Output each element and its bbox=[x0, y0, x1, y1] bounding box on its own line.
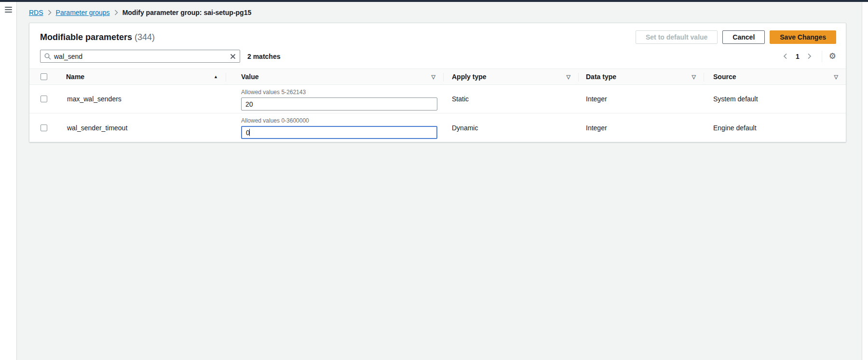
parameter-search-box[interactable] bbox=[40, 50, 240, 63]
parameter-name: wal_sender_timeout bbox=[60, 113, 226, 142]
column-header-name[interactable]: Name ▲ bbox=[60, 69, 226, 84]
match-count: 2 matches bbox=[247, 53, 280, 60]
data-type-cell: Integer bbox=[578, 85, 704, 113]
clear-icon[interactable] bbox=[230, 54, 236, 59]
chevron-right-icon[interactable] bbox=[804, 51, 815, 62]
search-input[interactable] bbox=[54, 53, 230, 60]
value-input[interactable] bbox=[241, 97, 437, 111]
row-checkbox[interactable] bbox=[41, 96, 47, 102]
sort-down-icon[interactable]: ▽ bbox=[432, 74, 435, 80]
row-checkbox[interactable] bbox=[41, 125, 47, 131]
gear-icon[interactable]: ⚙︎ bbox=[829, 52, 836, 60]
menu-icon[interactable] bbox=[5, 7, 16, 13]
column-label: Name bbox=[66, 73, 84, 81]
right-scroll-rail[interactable] bbox=[862, 2, 868, 360]
select-all-checkbox[interactable] bbox=[41, 73, 47, 80]
sort-asc-icon[interactable]: ▲ bbox=[214, 74, 218, 79]
column-label: Value bbox=[241, 73, 259, 81]
apply-type-cell: Static bbox=[443, 85, 578, 113]
allowed-values-hint: Allowed values 0-3600000 bbox=[241, 117, 443, 124]
pagination: 1 ⚙︎ bbox=[780, 51, 836, 62]
select-all-cell bbox=[29, 69, 60, 84]
sort-down-icon[interactable]: ▽ bbox=[692, 74, 696, 80]
column-label: Data type bbox=[586, 73, 616, 81]
cancel-button[interactable]: Cancel bbox=[722, 30, 765, 44]
action-buttons: Set to default value Cancel Save Changes bbox=[636, 30, 836, 44]
chevron-left-icon[interactable] bbox=[780, 51, 791, 62]
side-nav-rail bbox=[0, 2, 17, 360]
set-to-default-button[interactable]: Set to default value bbox=[636, 30, 718, 44]
source-cell: Engine default bbox=[704, 113, 846, 142]
panel-title-text: Modifiable parameters bbox=[40, 32, 132, 42]
chevron-right-icon bbox=[114, 10, 118, 15]
column-label: Source bbox=[713, 73, 736, 81]
data-type-cell: Integer bbox=[578, 113, 704, 142]
menu-bar bbox=[5, 9, 12, 10]
panel-header: Modifiable parameters (344) Set to defau… bbox=[29, 23, 846, 50]
page-title: Modifiable parameters (344) bbox=[40, 32, 155, 42]
table-toolbar: 2 matches 1 ⚙︎ bbox=[29, 50, 846, 63]
breadcrumb-parameter-groups-link[interactable]: Parameter groups bbox=[56, 9, 110, 16]
table-header-row: Name ▲ Value ▽ Apply type ▽ Data type ▽ … bbox=[29, 69, 846, 85]
parameter-name: max_wal_senders bbox=[60, 85, 226, 113]
column-label: Apply type bbox=[452, 73, 487, 81]
pager-divider bbox=[822, 51, 822, 62]
page-number[interactable]: 1 bbox=[794, 53, 801, 60]
parameter-count: (344) bbox=[135, 32, 155, 42]
chevron-right-icon bbox=[48, 10, 52, 15]
sort-down-icon[interactable]: ▽ bbox=[834, 74, 838, 80]
breadcrumb-rds-link[interactable]: RDS bbox=[29, 9, 43, 16]
sort-down-icon[interactable]: ▽ bbox=[567, 74, 570, 80]
value-input-focused[interactable] bbox=[241, 126, 437, 139]
value-cell: Allowed values 5-262143 bbox=[226, 85, 443, 113]
table-row: max_wal_senders Allowed values 5-262143 … bbox=[29, 85, 846, 113]
table-row: wal_sender_timeout Allowed values 0-3600… bbox=[29, 113, 846, 142]
column-header-source[interactable]: Source ▽ bbox=[704, 69, 846, 84]
row-select-cell bbox=[29, 113, 60, 142]
source-cell: System default bbox=[704, 85, 846, 113]
top-nav-bar bbox=[0, 0, 868, 2]
breadcrumb-current: Modify parameter group: sai-setup-pg15 bbox=[122, 9, 252, 16]
column-header-data-type[interactable]: Data type ▽ bbox=[578, 69, 704, 84]
row-select-cell bbox=[29, 85, 60, 113]
main-content: RDS Parameter groups Modify parameter gr… bbox=[17, 2, 862, 360]
allowed-values-hint: Allowed values 5-262143 bbox=[241, 89, 443, 96]
column-header-apply-type[interactable]: Apply type ▽ bbox=[443, 69, 578, 84]
text-cursor bbox=[249, 129, 250, 136]
apply-type-cell: Dynamic bbox=[443, 113, 578, 142]
modifiable-parameters-panel: Modifiable parameters (344) Set to defau… bbox=[29, 23, 846, 142]
parameters-table: Name ▲ Value ▽ Apply type ▽ Data type ▽ … bbox=[29, 69, 846, 142]
menu-bar bbox=[5, 7, 12, 8]
column-header-value[interactable]: Value ▽ bbox=[226, 69, 443, 84]
search-icon bbox=[44, 53, 51, 60]
save-changes-button[interactable]: Save Changes bbox=[770, 30, 836, 44]
menu-bar bbox=[5, 12, 12, 13]
value-cell: Allowed values 0-3600000 bbox=[226, 113, 443, 142]
breadcrumb: RDS Parameter groups Modify parameter gr… bbox=[29, 8, 846, 17]
